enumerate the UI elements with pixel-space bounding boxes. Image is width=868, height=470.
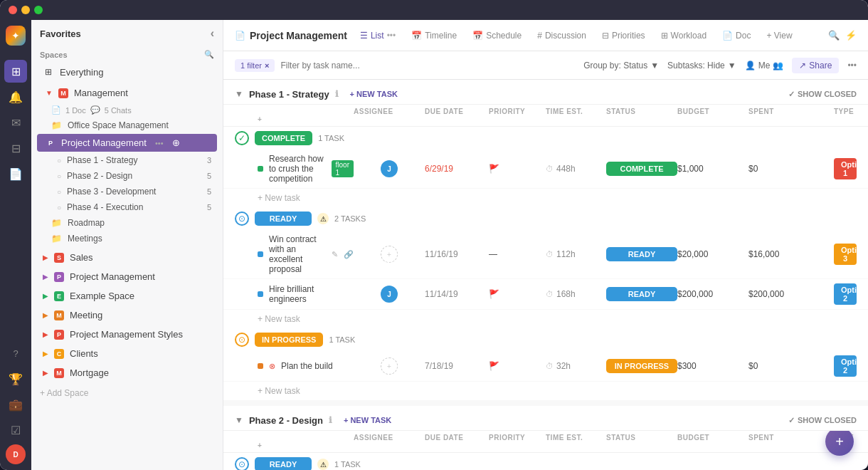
favorites-header: Favorites ‹: [31, 20, 223, 47]
group-complete: ✓ COMPLETE 1 TASK: [223, 127, 868, 150]
phase2-info[interactable]: ℹ: [329, 415, 332, 425]
phase1-collapse[interactable]: ▼: [235, 89, 243, 99]
management-icon: M: [58, 88, 68, 98]
grid-icon: ⊞: [43, 66, 54, 78]
table-header: ASSIGNEE DUE DATE PRIORITY TIME EST. STA…: [223, 105, 868, 127]
sidebar-item-mortgage[interactable]: ▶ M Mortgage: [34, 364, 220, 382]
tab-workload[interactable]: ⊞ Workload: [654, 26, 714, 45]
sidebar-item-project-mgmt[interactable]: P Project Management ••• ⊕: [37, 134, 217, 152]
sidebar-item-everything[interactable]: ⊞ Everything: [34, 63, 220, 81]
filter-input[interactable]: [280, 61, 578, 70]
tab-timeline[interactable]: 📅 Timeline: [404, 26, 464, 45]
section-divider: [223, 400, 868, 406]
minimize-dot[interactable]: [21, 6, 30, 14]
me-btn[interactable]: 👤 Me 👥: [745, 61, 784, 70]
task-color-dot: [258, 166, 263, 172]
tab-priorities[interactable]: ⊟ Priorities: [595, 26, 652, 45]
page-title: 📄 Project Management: [235, 30, 347, 41]
tab-add-view[interactable]: + View: [759, 26, 799, 45]
project-add[interactable]: ⊕: [172, 137, 180, 148]
add-space-btn[interactable]: + Add Space: [31, 382, 223, 404]
phase1-show-closed[interactable]: ✓ SHOW CLOSED: [788, 90, 857, 99]
complete-circle[interactable]: ✓: [235, 131, 249, 145]
remove-filter[interactable]: ×: [265, 61, 269, 70]
close-dot[interactable]: [9, 6, 17, 14]
sidebar-item-pm2[interactable]: ▶ P Project Management: [34, 268, 220, 286]
search-spaces-icon[interactable]: 🔍: [204, 50, 214, 59]
search-icon[interactable]: 🔍: [828, 30, 840, 41]
inprogress-circle[interactable]: ⊙: [235, 333, 249, 347]
sidebar-item-meetings[interactable]: 📁 Meetings: [34, 231, 220, 246]
project-options[interactable]: •••: [155, 139, 164, 147]
task-color-dot: [258, 291, 263, 297]
sidebar-item-meeting[interactable]: ▶ M Meeting: [34, 306, 220, 324]
sidebar-item-phase1[interactable]: ○ Phase 1 - Strategy 3: [34, 152, 220, 168]
ready-circle[interactable]: ⊙: [235, 212, 249, 226]
phase1-new-task[interactable]: + NEW TASK: [344, 88, 403, 100]
clients-icon: C: [54, 349, 64, 359]
sidebar-item-sales[interactable]: ▶ S Sales: [34, 249, 220, 266]
phase1-info[interactable]: ℹ: [335, 89, 339, 99]
sidebar-item-phase3[interactable]: ○ Phase 3 - Development 5: [34, 184, 220, 199]
tab-doc[interactable]: 📄 Doc: [715, 26, 758, 45]
phase2-section: ▼ Phase 2 - Design ℹ + NEW TASK ✓ SHOW C…: [223, 406, 868, 470]
top-bar: 📄 Project Management ☰ List ••• 📅 Timeli…: [223, 20, 868, 51]
management-meta: 📄 1 Doc 💬 5 Chats: [34, 103, 220, 118]
management-group: ▼ M Management 📄 1 Doc 💬 5 Chats 📁 Offic…: [31, 82, 223, 248]
phase2-header: ▼ Phase 2 - Design ℹ + NEW TASK ✓ SHOW C…: [223, 406, 868, 431]
edit-icon[interactable]: ✎: [332, 250, 338, 259]
filter-tag[interactable]: 1 filter ×: [235, 59, 275, 72]
phase2-new-task[interactable]: + NEW TASK: [338, 414, 397, 426]
add-task-complete[interactable]: + New task: [223, 189, 868, 207]
pm2-icon: P: [54, 272, 64, 282]
sidebar-item-phase2[interactable]: ○ Phase 2 - Design 5: [34, 168, 220, 184]
add-task-ready[interactable]: + New task: [223, 310, 868, 328]
folder-icon: 📁: [51, 120, 62, 130]
nav-notifications[interactable]: 🔔: [4, 85, 27, 108]
nav-home[interactable]: ⊞: [4, 60, 27, 83]
tab-schedule[interactable]: 📅 Schedule: [465, 26, 529, 45]
floating-add-btn[interactable]: +: [825, 427, 854, 456]
sidebar-item-clients[interactable]: ▶ C Clients: [34, 345, 220, 362]
phase2-show-closed[interactable]: ✓ SHOW CLOSED: [788, 416, 857, 425]
sidebar-item-roadmap[interactable]: 📁 Roadmap: [34, 215, 220, 231]
sidebar-item-phase4[interactable]: ○ Phase 4 - Execution 5: [34, 199, 220, 215]
sidebar-item-example[interactable]: ▶ E Example Space: [34, 287, 220, 305]
nav-goals[interactable]: 🏆: [4, 367, 27, 390]
tab-discussion[interactable]: # Discussion: [530, 26, 593, 45]
meeting-icon: M: [54, 310, 64, 320]
more-options-icon[interactable]: •••: [847, 61, 857, 70]
user-avatar[interactable]: D: [6, 444, 26, 464]
app-logo: ✦: [6, 26, 26, 46]
share-btn[interactable]: ↗ Share: [792, 58, 839, 73]
sidebar-item-office[interactable]: 📁 Office Space Management: [34, 118, 220, 133]
pm-styles-icon: P: [54, 330, 64, 340]
top-bar-actions: 🔍 ⚡: [828, 30, 857, 41]
add-task-inprogress[interactable]: + New task: [223, 382, 868, 400]
tab-list[interactable]: ☰ List •••: [353, 26, 403, 45]
sidebar-item-pm-styles[interactable]: ▶ P Project Management Styles: [34, 325, 220, 343]
maximize-dot[interactable]: [34, 6, 43, 14]
project-icon: P: [46, 138, 55, 148]
nav-inbox[interactable]: ✉: [4, 111, 27, 134]
subtasks-btn[interactable]: Subtasks: Hide ▼: [667, 61, 736, 70]
sidebar-collapse[interactable]: ‹: [211, 27, 214, 40]
main-content: ▼ Phase 1 - Strategy ℹ + NEW TASK ✓ SHOW…: [223, 80, 868, 470]
table-row: Win contract with an excellent proposal …: [223, 230, 868, 279]
group-controls: Group by: Status ▼ Subtasks: Hide ▼ 👤 Me…: [583, 58, 857, 73]
spaces-label: Spaces 🔍: [31, 47, 223, 62]
group-by-btn[interactable]: Group by: Status ▼: [583, 61, 659, 70]
nav-docs[interactable]: 📄: [4, 162, 27, 185]
link-icon[interactable]: 🔗: [344, 250, 354, 259]
phase2-collapse[interactable]: ▼: [235, 415, 243, 425]
nav-help[interactable]: ?: [4, 342, 27, 365]
avatar: J: [381, 160, 398, 177]
bolt-icon[interactable]: ⚡: [845, 30, 857, 41]
task-color-dot: [258, 363, 263, 369]
sidebar-item-management[interactable]: ▼ M Management: [37, 84, 217, 102]
nav-briefcase[interactable]: 💼: [4, 393, 27, 416]
table-row: Research how to crush the competition fl…: [223, 150, 868, 189]
nav-checklist[interactable]: ☑: [4, 419, 27, 442]
p2-ready-circle[interactable]: ⊙: [235, 457, 249, 470]
nav-dashboard[interactable]: ⊟: [4, 137, 27, 160]
